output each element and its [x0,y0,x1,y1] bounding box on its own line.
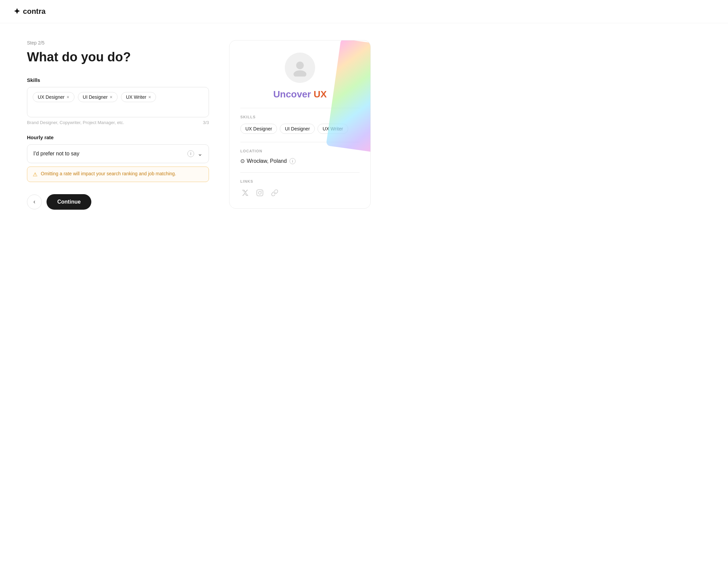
twitter-x-icon[interactable] [240,188,250,198]
skills-section-label: Skills [27,77,209,83]
skill-tag-ux-writer: UX Writer × [121,92,156,102]
page-title: What do you do? [27,50,209,65]
link-chain-icon[interactable] [270,188,279,198]
location-text: Wrocław, Poland [247,158,287,164]
logo-star-icon: ✦ [13,7,20,16]
svg-point-0 [296,62,304,69]
skills-placeholder-hint: Brand Designer, Copywriter, Project Mana… [27,120,124,125]
profile-name-orange: UX [313,89,327,99]
profile-name-purple: Uncover [273,89,311,99]
preview-skill-ux-designer: UX Designer [240,124,277,134]
divider-3 [240,172,360,173]
left-column: Step 2/5 What do you do? Skills UX Desig… [27,40,209,210]
instagram-icon[interactable] [255,188,265,198]
skills-count: 3/3 [203,120,209,125]
chevron-down-icon: ⌄ [198,150,203,157]
logo-text: contra [23,7,46,16]
remove-ux-writer-icon[interactable]: × [148,95,151,99]
skill-tag-ux-designer: UX Designer × [33,92,74,102]
back-button[interactable]: ‹ [27,194,42,209]
hourly-rate-select[interactable]: I'd prefer not to say i ⌄ [27,144,209,163]
avatar [285,53,315,83]
preview-skill-ui-designer: UI Designer [280,124,315,134]
right-column: Uncover UX SKILLS UX Designer UI Designe… [229,40,371,210]
hourly-rate-value: I'd prefer not to say [33,151,79,157]
header: ✦ contra [0,0,728,23]
preview-links-title: LINKS [240,179,360,183]
skills-hint-row: Brand Designer, Copywriter, Project Mana… [27,120,209,125]
skill-tag-ui-designer: UI Designer × [78,92,118,102]
location-pin-icon: ⊙ [240,158,245,164]
remove-ux-designer-icon[interactable]: × [66,95,69,99]
step-label: Step 2/5 [27,40,209,46]
svg-point-3 [259,191,261,194]
remove-ui-designer-icon[interactable]: × [110,95,112,99]
svg-point-4 [261,191,262,191]
location-info-icon: i [290,158,296,164]
preview-card: Uncover UX SKILLS UX Designer UI Designe… [229,40,371,209]
warning-triangle-icon: ⚠ [33,171,37,178]
svg-point-1 [294,70,306,77]
links-row [240,188,360,198]
location-row: ⊙ Wrocław, Poland i [240,158,360,164]
warning-box: ⚠ Omitting a rate will impact your searc… [27,167,209,182]
rate-select-right: i ⌄ [187,150,203,157]
main-layout: Step 2/5 What do you do? Skills UX Desig… [0,23,404,227]
buttons-row: ‹ Continue [27,194,209,210]
svg-rect-2 [257,190,263,196]
preview-location-title: LOCATION [240,149,360,153]
skills-input-box[interactable]: UX Designer × UI Designer × UX Writer × [27,87,209,117]
rate-info-icon[interactable]: i [187,150,194,157]
hourly-rate-label: Hourly rate [27,134,209,140]
warning-text: Omitting a rate will impact your search … [41,171,176,176]
continue-button[interactable]: Continue [47,194,91,210]
logo: ✦ contra [13,7,46,16]
avatar-silhouette-icon [291,59,309,77]
